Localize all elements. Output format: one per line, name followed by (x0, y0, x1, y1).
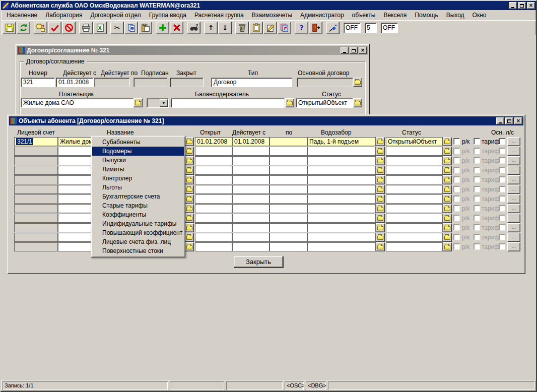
clipboard-button[interactable] (249, 22, 263, 34)
closed-field[interactable] (170, 78, 204, 87)
status-field[interactable] (386, 175, 443, 184)
rk-checkbox[interactable] (453, 176, 460, 183)
main-account-checkbox[interactable] (499, 215, 505, 221)
open-date-field[interactable] (195, 156, 232, 165)
object-folder-button[interactable] (185, 223, 194, 232)
find-button[interactable]: ? (187, 22, 200, 34)
valid-from-field[interactable]: 01.01.2008 (56, 78, 94, 87)
open-date-field[interactable] (195, 214, 232, 223)
close-button[interactable]: × (359, 47, 367, 54)
intake-folder-button[interactable] (376, 137, 385, 146)
menu-item[interactable]: Помощь (411, 11, 442, 20)
tariff-checkbox[interactable] (474, 186, 480, 192)
status-field[interactable] (386, 242, 443, 251)
tariff-checkbox[interactable] (474, 195, 480, 202)
context-menu-item[interactable]: Коэффициенты (92, 210, 184, 219)
close-window-button[interactable]: Закрыть (234, 256, 283, 268)
close-button[interactable]: × (527, 2, 535, 9)
menu-item[interactable]: Лаборатория (41, 11, 86, 20)
balance-holder-field[interactable] (171, 98, 285, 108)
toolbar-field-2[interactable] (365, 23, 377, 33)
payer-folder-button[interactable] (133, 98, 143, 107)
close-button[interactable]: × (514, 117, 522, 124)
status-field[interactable] (386, 233, 443, 242)
maximize-button[interactable] (518, 2, 526, 9)
rk-checkbox[interactable] (453, 157, 460, 164)
intake-field[interactable] (307, 223, 376, 232)
valid-to-field[interactable] (270, 214, 307, 223)
valid-from-field[interactable] (232, 204, 270, 213)
main-account-checkbox[interactable] (499, 186, 505, 192)
rk-checkbox[interactable] (453, 224, 460, 231)
tariff-checkbox[interactable] (474, 224, 480, 231)
account-field[interactable]: 321/1 (14, 137, 58, 146)
minimize-button[interactable] (496, 117, 504, 124)
status-field[interactable]: ОткрытыйОбъект (386, 137, 443, 146)
export-excel-button[interactable]: X (93, 22, 107, 34)
query-button[interactable]: ? (34, 22, 47, 34)
context-menu-item[interactable]: Лимиты (92, 165, 184, 174)
rk-checkbox[interactable] (453, 215, 460, 221)
context-menu-item[interactable]: Старые тарифы (92, 201, 184, 210)
forms-button[interactable]: F (278, 22, 291, 34)
exit-button[interactable] (309, 22, 322, 34)
tariff-checkbox[interactable] (474, 148, 480, 154)
main-account-button[interactable]: ... (507, 223, 520, 232)
intake-folder-button[interactable] (376, 204, 385, 213)
context-menu-item[interactable]: Выпуски (92, 156, 184, 165)
object-folder-button[interactable] (185, 137, 194, 146)
main-account-button[interactable]: ... (507, 137, 520, 146)
chevron-down-icon[interactable]: ▼ (160, 99, 168, 107)
object-folder-button[interactable] (185, 204, 194, 213)
open-date-field[interactable] (195, 223, 232, 232)
main-account-checkbox[interactable] (499, 205, 505, 212)
intake-field[interactable] (307, 194, 376, 204)
main-account-button[interactable]: ... (507, 194, 520, 204)
intake-field[interactable] (307, 166, 376, 175)
menu-item[interactable]: Администратор (296, 11, 348, 20)
balance-holder-folder-button[interactable] (285, 98, 294, 107)
edit-note-button[interactable] (263, 22, 277, 34)
tariff-checkbox[interactable] (474, 157, 480, 164)
plug-button[interactable] (326, 22, 340, 34)
menu-item[interactable]: Взаимозачеты (248, 11, 296, 20)
status-folder-button[interactable] (353, 98, 362, 107)
tariff-checkbox[interactable] (474, 176, 480, 183)
menu-item[interactable]: Выход (442, 11, 468, 20)
intake-field[interactable] (307, 175, 376, 184)
status-folder-button[interactable] (443, 242, 452, 251)
move-up-button[interactable]: ↑ (204, 22, 218, 34)
valid-to-field[interactable] (94, 78, 130, 87)
valid-to-field[interactable] (270, 233, 307, 242)
account-field[interactable] (14, 194, 58, 204)
main-account-checkbox[interactable] (499, 138, 505, 145)
tariff-checkbox[interactable] (474, 205, 480, 212)
intake-folder-button[interactable] (376, 242, 385, 251)
intake-folder-button[interactable] (376, 147, 385, 156)
object-folder-button[interactable] (185, 175, 194, 184)
valid-from-field[interactable] (232, 166, 270, 175)
account-field[interactable] (14, 175, 58, 184)
main-account-checkbox[interactable] (499, 224, 505, 231)
main-account-button[interactable]: ... (507, 214, 520, 223)
payer-combobox[interactable]: ▼ (147, 98, 169, 108)
context-menu-item[interactable]: Индифидуальные тарифы (92, 219, 184, 228)
context-menu-item[interactable]: Субабоненты (92, 138, 184, 147)
valid-from-field[interactable] (232, 242, 270, 251)
main-account-button[interactable]: ... (507, 185, 520, 194)
valid-from-field[interactable] (232, 194, 270, 204)
status-field[interactable]: ОткрытыйОбъект (296, 98, 353, 108)
payer-field[interactable]: Жилые дома САО (21, 98, 133, 108)
status-field[interactable] (386, 147, 443, 156)
context-menu-item[interactable]: Повышающий коэффициент (92, 228, 184, 237)
valid-from-field[interactable] (232, 185, 270, 194)
main-account-button[interactable]: ... (507, 242, 520, 251)
main-account-button[interactable]: ... (507, 166, 520, 175)
refresh-button[interactable] (17, 22, 30, 34)
trash-button[interactable] (235, 22, 249, 34)
main-account-checkbox[interactable] (499, 148, 505, 154)
main-account-button[interactable]: ... (507, 233, 520, 242)
valid-to-field[interactable] (270, 194, 307, 204)
cut-button[interactable]: ✂ (110, 22, 124, 34)
intake-folder-button[interactable] (376, 233, 385, 242)
